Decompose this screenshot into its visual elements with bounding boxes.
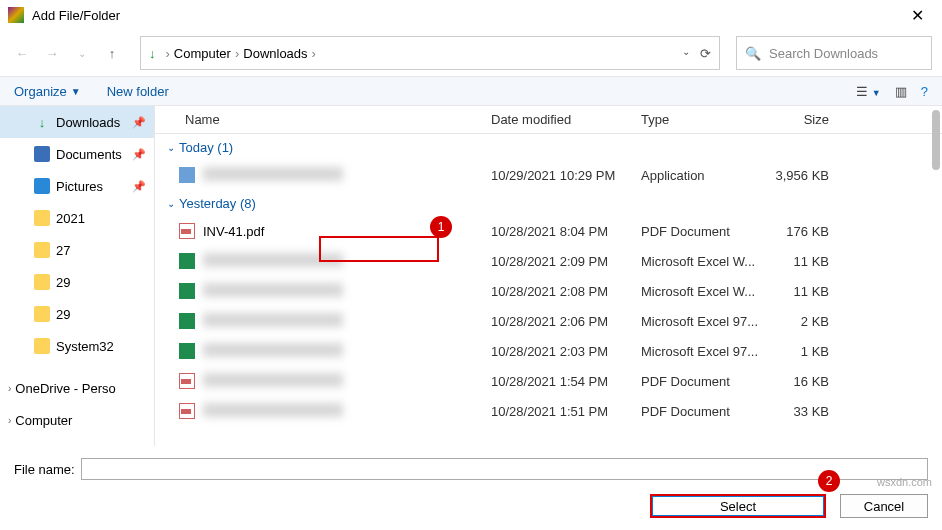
file-size: 11 KB [759, 284, 849, 299]
main-area: ↓Downloads📌Documents📌Pictures📌2021272929… [0, 106, 942, 446]
close-button[interactable]: ✕ [901, 6, 934, 25]
file-name [203, 343, 491, 360]
group-today[interactable]: ⌄ Today (1) [155, 134, 942, 160]
recent-dropdown[interactable]: ⌄ [70, 41, 94, 65]
file-date: 10/28/2021 2:09 PM [491, 254, 641, 269]
xls-icon [179, 253, 195, 269]
select-button[interactable]: Select [650, 494, 826, 518]
doc-icon [34, 146, 50, 162]
file-date: 10/28/2021 2:03 PM [491, 344, 641, 359]
sidebar-item-label: 27 [56, 243, 70, 258]
file-date: 10/28/2021 1:54 PM [491, 374, 641, 389]
view-list-icon[interactable]: ☰ ▼ [856, 84, 881, 99]
watermark: wsxdn.com [877, 476, 932, 488]
col-type[interactable]: Type [641, 112, 759, 127]
address-bar[interactable]: ↓ › Computer › Downloads › ⌄ ⟳ [140, 36, 720, 70]
file-row[interactable]: 10/28/2021 2:09 PMMicrosoft Excel W...11… [155, 246, 942, 276]
bottom-panel: File name: Select Cancel 2 wsxdn.com [0, 448, 942, 530]
file-type: PDF Document [641, 374, 759, 389]
folder-icon [34, 274, 50, 290]
file-row[interactable]: 10/29/2021 10:29 PMApplication3,956 KB [155, 160, 942, 190]
pin-icon: 📌 [132, 116, 146, 129]
file-name [203, 313, 491, 330]
new-folder-button[interactable]: New folder [107, 84, 169, 99]
file-type: Microsoft Excel 97... [641, 314, 759, 329]
sidebar-item-label: 29 [56, 275, 70, 290]
file-size: 176 KB [759, 224, 849, 239]
sidebar-item-29[interactable]: 29 [0, 266, 154, 298]
organize-button[interactable]: Organize▼ [14, 84, 81, 99]
file-row[interactable]: 10/28/2021 2:06 PMMicrosoft Excel 97...2… [155, 306, 942, 336]
column-headers[interactable]: Name Date modified Type Size [155, 106, 942, 134]
address-dropdown[interactable]: ⌄ [682, 46, 690, 61]
file-pane: Name Date modified Type Size ⌄ Today (1)… [154, 106, 942, 446]
file-row[interactable]: 10/28/2021 2:08 PMMicrosoft Excel W...11… [155, 276, 942, 306]
folder-icon [34, 306, 50, 322]
toolbar: Organize▼ New folder ☰ ▼ ▥ ? [0, 76, 942, 106]
file-type: Microsoft Excel 97... [641, 344, 759, 359]
help-icon[interactable]: ? [921, 84, 928, 99]
col-name[interactable]: Name [155, 112, 491, 127]
xls-icon [179, 283, 195, 299]
file-row[interactable]: 10/28/2021 2:03 PMMicrosoft Excel 97...1… [155, 336, 942, 366]
download-icon: ↓ [149, 46, 156, 61]
sidebar-item-pictures[interactable]: Pictures📌 [0, 170, 154, 202]
file-name [203, 283, 491, 300]
sidebar-group-label: OneDrive - Perso [15, 381, 115, 396]
file-date: 10/29/2021 10:29 PM [491, 168, 641, 183]
chevron-right-icon: › [308, 46, 320, 61]
chevron-right-icon: › [231, 46, 243, 61]
file-date: 10/28/2021 1:51 PM [491, 404, 641, 419]
file-row[interactable]: 10/28/2021 1:51 PMPDF Document33 KB [155, 396, 942, 426]
file-size: 11 KB [759, 254, 849, 269]
breadcrumb-root[interactable]: Computer [174, 46, 231, 61]
up-button[interactable]: ↑ [100, 41, 124, 65]
col-size[interactable]: Size [759, 112, 849, 127]
file-row[interactable]: 10/28/2021 1:54 PMPDF Document16 KB [155, 366, 942, 396]
sidebar-item-system32[interactable]: System32 [0, 330, 154, 362]
sidebar-item-2021[interactable]: 2021 [0, 202, 154, 234]
sidebar-item-29[interactable]: 29 [0, 298, 154, 330]
sidebar-item-label: Downloads [56, 115, 120, 130]
sidebar-item-27[interactable]: 27 [0, 234, 154, 266]
search-placeholder: Search Downloads [769, 46, 878, 61]
sidebar-item-documents[interactable]: Documents📌 [0, 138, 154, 170]
cancel-button[interactable]: Cancel [840, 494, 928, 518]
chevron-right-icon: › [8, 383, 11, 394]
pdf-icon [179, 223, 195, 239]
dl-icon: ↓ [34, 114, 50, 130]
sidebar-item-label: 29 [56, 307, 70, 322]
refresh-button[interactable]: ⟳ [700, 46, 711, 61]
exe-icon [179, 167, 195, 183]
pic-icon [34, 178, 50, 194]
file-type: Microsoft Excel W... [641, 254, 759, 269]
pdf-icon [179, 373, 195, 389]
pin-icon: 📌 [132, 180, 146, 193]
group-yesterday[interactable]: ⌄ Yesterday (8) [155, 190, 942, 216]
chevron-down-icon: ⌄ [167, 198, 175, 209]
sidebar-item-downloads[interactable]: ↓Downloads📌 [0, 106, 154, 138]
file-date: 10/28/2021 2:08 PM [491, 284, 641, 299]
title-bar: Add File/Folder ✕ [0, 0, 942, 30]
file-row[interactable]: INV-41.pdf10/28/2021 8:04 PMPDF Document… [155, 216, 942, 246]
filename-input[interactable] [81, 458, 928, 480]
search-input[interactable]: 🔍 Search Downloads [736, 36, 932, 70]
sidebar-group-onedriveperso[interactable]: ›OneDrive - Perso [0, 372, 154, 404]
breadcrumb-current[interactable]: Downloads [243, 46, 307, 61]
pdf-icon [179, 403, 195, 419]
preview-pane-icon[interactable]: ▥ [895, 84, 907, 99]
sidebar-item-label: System32 [56, 339, 114, 354]
forward-button[interactable]: → [40, 41, 64, 65]
col-date[interactable]: Date modified [491, 112, 641, 127]
file-size: 33 KB [759, 404, 849, 419]
filename-label: File name: [14, 462, 75, 477]
sidebar-item-label: 2021 [56, 211, 85, 226]
scrollbar[interactable] [930, 106, 942, 446]
file-size: 1 KB [759, 344, 849, 359]
file-name [203, 253, 491, 270]
back-button[interactable]: ← [10, 41, 34, 65]
file-type: PDF Document [641, 224, 759, 239]
file-name: INV-41.pdf [203, 224, 491, 239]
file-type: Application [641, 168, 759, 183]
sidebar-group-computer[interactable]: ›Computer [0, 404, 154, 436]
